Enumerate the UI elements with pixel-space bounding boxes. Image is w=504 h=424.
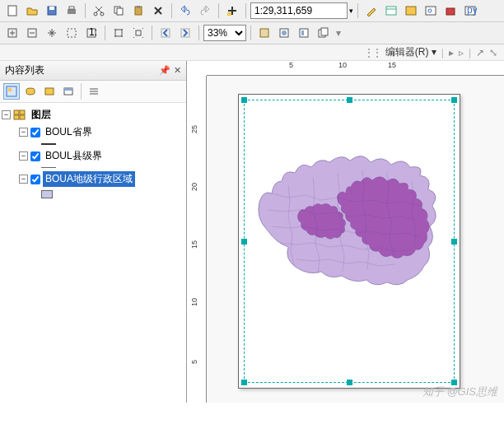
svg-rect-2 [49,7,54,10]
reshape-icon[interactable]: ⤡ [489,47,497,58]
layer-checkbox[interactable] [30,151,40,161]
svg-rect-24 [115,30,122,36]
python-icon[interactable]: py [461,2,479,20]
svg-rect-32 [301,30,304,35]
focus-dataframe-icon[interactable] [275,24,293,42]
next-extent-icon[interactable] [176,24,194,42]
add-data-icon[interactable] [223,2,241,20]
svg-rect-27 [181,29,189,37]
close-icon[interactable]: ✕ [174,65,181,76]
layout-canvas[interactable]: 知乎 @GIS思维 [207,76,504,403]
resize-handle[interactable] [241,380,247,385]
toolbar-grip-icon[interactable]: ⋮⋮ [364,47,380,58]
print-icon[interactable] [63,2,81,20]
paste-icon[interactable] [129,2,147,20]
split-icon[interactable]: ↗ [476,47,484,58]
redo-icon[interactable] [196,2,214,20]
layer-checkbox[interactable] [30,128,40,137]
zoom-select[interactable]: 33% [203,25,246,41]
ruler-tick: 10 [338,61,347,69]
resize-handle[interactable] [347,380,352,385]
list-by-visibility-icon[interactable] [41,83,58,100]
svg-rect-12 [386,7,396,15]
resize-handle[interactable] [241,97,247,103]
separator [250,26,251,40]
catalog-icon[interactable] [402,2,420,20]
ruler-tick: 20 [190,183,198,191]
separator [105,26,105,40]
svg-text:py: py [467,4,477,16]
pin-icon[interactable]: 📌 [159,65,170,76]
svg-rect-25 [136,30,141,35]
cut-icon[interactable] [90,2,108,20]
search-window-icon[interactable] [422,2,440,20]
undo-icon[interactable] [176,2,194,20]
list-by-selection-icon[interactable] [60,83,77,100]
edit-tool-icon[interactable]: ▸ [449,47,454,58]
change-layout-icon[interactable] [295,24,313,42]
prev-extent-icon[interactable] [156,24,175,42]
layer-symbol[interactable] [41,167,56,168]
copy-icon[interactable] [110,2,128,20]
svg-rect-36 [8,88,12,91]
watermark: 知乎 @GIS思维 [422,384,497,399]
separator [171,3,172,18]
layer-symbol[interactable] [41,143,56,145]
zoom-100-icon[interactable]: 1:1 [82,24,100,42]
zoom-in-tool-icon[interactable] [3,24,21,42]
ruler-tick: 5 [190,360,198,364]
vertical-ruler: 25 20 15 10 5 [187,76,207,403]
svg-rect-14 [426,7,436,15]
layer-label[interactable]: BOUA地级行政区域 [43,171,135,187]
toolbox-icon[interactable] [441,2,460,20]
resize-handle[interactable] [451,239,457,245]
list-by-source-icon[interactable] [22,83,39,100]
resize-handle[interactable] [347,97,352,103]
open-icon[interactable] [23,2,41,20]
layout-view: 5 10 15 25 20 15 10 5 [187,61,504,403]
data-driven-pages-icon[interactable] [315,24,333,42]
svg-rect-13 [406,7,416,15]
svg-rect-4 [69,7,74,9]
separator [218,3,219,18]
new-icon[interactable] [3,2,21,20]
svg-rect-0 [8,6,16,16]
fixed-zoom-in-icon[interactable] [110,24,128,42]
list-by-drawing-icon[interactable] [3,83,20,100]
main-toolbar: ▾ py [0,0,504,22]
layer-checkbox[interactable] [30,175,40,184]
toc-icon[interactable] [382,2,400,20]
collapse-icon[interactable]: − [2,110,11,119]
toolbar-overflow-icon[interactable]: ▾ [336,27,341,39]
scale-input[interactable] [250,2,348,19]
layer-label[interactable]: BOUL县级界 [43,148,105,164]
toggle-draft-icon[interactable] [255,24,273,42]
delete-icon[interactable] [149,2,167,20]
separator [198,26,199,40]
scale-dropdown-icon[interactable]: ▾ [349,7,353,15]
edit-vertices-icon[interactable]: ▹ [459,47,464,58]
fixed-zoom-out-icon[interactable] [129,24,147,42]
resize-handle[interactable] [451,97,457,103]
layer-symbol[interactable] [41,190,53,198]
dataframe-icon [13,109,26,121]
toc-title: 内容列表 [5,63,44,77]
editor-menu[interactable]: 编辑器(R) ▾ [385,45,436,59]
resize-handle[interactable] [241,239,247,245]
separator [152,26,152,40]
collapse-icon[interactable]: − [19,128,28,137]
svg-rect-28 [260,29,268,37]
layer-tree: − 图层 − BOUL省界 − BOUL县级界 − [0,103,186,202]
collapse-icon[interactable]: − [19,151,28,161]
pan-icon[interactable] [43,24,61,42]
svg-rect-3 [68,9,76,14]
full-extent-page-icon[interactable] [63,24,81,42]
options-icon[interactable] [86,83,102,100]
dataframe-label[interactable]: 图层 [29,107,54,123]
collapse-icon[interactable]: − [19,175,28,184]
layer-label[interactable]: BOUL省界 [43,124,95,140]
zoom-out-tool-icon[interactable] [23,24,41,42]
layout-page[interactable] [238,94,460,389]
editor-toolbar-icon[interactable] [362,2,380,20]
save-icon[interactable] [43,2,61,20]
